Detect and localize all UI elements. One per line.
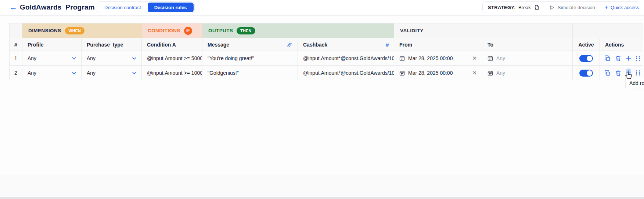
- active-cell: [573, 51, 600, 66]
- duplicate-row-icon[interactable]: [604, 69, 611, 77]
- col-header-profile: Profile: [22, 38, 82, 51]
- purchase-type-dropdown[interactable]: Any: [82, 66, 142, 80]
- col-header-cashback: Cashback #: [298, 38, 394, 51]
- profile-dropdown[interactable]: Any: [22, 51, 82, 66]
- col-header-purchase-type: Purchase_type: [82, 38, 142, 51]
- message-field[interactable]: "You're doing great!": [202, 51, 298, 66]
- purchase-type-value: Any: [87, 55, 96, 61]
- column-header-row: # Profile Purchase_type Condition A Mess…: [10, 38, 643, 51]
- message-header-label: Message: [208, 42, 229, 48]
- strategy-value: Break: [518, 5, 531, 10]
- simulate-decision-button[interactable]: Simulate decision: [549, 5, 595, 10]
- col-header-num: #: [10, 38, 22, 51]
- chevron-down-icon: [132, 72, 136, 74]
- back-arrow-icon[interactable]: ←: [10, 3, 17, 12]
- profile-value: Any: [28, 55, 36, 61]
- chevron-down-icon: [132, 57, 136, 60]
- clear-date-icon[interactable]: ✕: [472, 70, 477, 76]
- view-tab-group: Decision contract Decision rules: [97, 1, 195, 13]
- calendar-icon: [399, 70, 405, 76]
- validity-label: VALIDITY: [400, 28, 424, 33]
- profile-dropdown[interactable]: Any: [22, 66, 82, 80]
- message-field[interactable]: "Goldgenius!": [202, 66, 298, 80]
- from-date-value: Mar 28, 2025 00:00: [408, 70, 453, 76]
- group-conditions: CONDITIONS IF: [142, 23, 202, 38]
- decision-rules-page: ← GoldAwards_Program Decision contract D…: [0, 0, 644, 199]
- calendar-icon: [488, 70, 493, 76]
- col-header-to: To: [482, 38, 573, 51]
- cashback-field[interactable]: @input.Amount*@const.GoldAwards/100: [298, 66, 394, 80]
- when-badge: WHEN: [65, 27, 85, 34]
- delete-row-icon[interactable]: [615, 55, 621, 62]
- strategy-label: STRATEGY:: [488, 5, 516, 10]
- top-header-bar: ← GoldAwards_Program Decision contract D…: [0, 0, 644, 16]
- clear-date-icon[interactable]: ✕: [472, 55, 477, 62]
- window-bottom-edge: [0, 197, 644, 199]
- rule-row-1: 1 Any Any @input.Amount >= 5000 "You're …: [10, 51, 643, 66]
- to-date-value: Any: [496, 55, 505, 61]
- actions-cell: [600, 51, 643, 66]
- horizontal-scrollbar: [0, 169, 644, 175]
- condition-a-field[interactable]: @input.Amount >= 5000: [142, 51, 202, 66]
- to-date-value: Any: [496, 70, 505, 76]
- active-cell: [573, 66, 600, 80]
- calendar-icon: [488, 56, 493, 61]
- plus-icon: +: [605, 4, 608, 10]
- quick-access-button[interactable]: + Quick access: [605, 4, 639, 10]
- text-type-pen-icon: [286, 42, 292, 48]
- conditions-label: CONDITIONS: [148, 28, 180, 33]
- active-toggle[interactable]: [579, 70, 593, 77]
- purchase-type-dropdown[interactable]: Any: [82, 51, 142, 66]
- group-header-row: DIMENSIONS WHEN CONDITIONS IF OUTPUTS TH…: [10, 23, 643, 38]
- col-header-active: Active: [573, 38, 600, 51]
- purchase-type-value: Any: [87, 70, 96, 76]
- cashback-field[interactable]: @input.Amount*@const.GoldAwards/100: [298, 51, 394, 66]
- active-toggle[interactable]: [579, 55, 593, 62]
- row-number: 2: [10, 66, 22, 80]
- number-type-hash-icon: #: [386, 42, 389, 48]
- group-outputs: OUTPUTS THEN: [202, 23, 394, 38]
- then-badge: THEN: [237, 27, 255, 34]
- page-title: GoldAwards_Program: [20, 3, 95, 11]
- simulate-decision-label: Simulate decision: [558, 5, 595, 10]
- validity-to-field[interactable]: Any: [482, 66, 573, 80]
- validity-from-field[interactable]: Mar 28, 2025 00:00 ✕: [394, 51, 482, 66]
- delete-row-icon[interactable]: [615, 69, 621, 77]
- outputs-label: OUTPUTS: [208, 28, 233, 33]
- if-badge: IF: [184, 27, 192, 35]
- tab-decision-contract[interactable]: Decision contract: [98, 3, 148, 12]
- validity-to-field[interactable]: Any: [482, 51, 573, 66]
- drag-handle-icon[interactable]: [636, 56, 640, 61]
- group-cell-empty: [573, 23, 643, 38]
- col-header-from: From: [394, 38, 482, 51]
- play-icon: [549, 5, 555, 10]
- profile-value: Any: [28, 70, 36, 76]
- chevron-down-icon: [72, 72, 76, 74]
- group-cell-empty: [10, 23, 22, 38]
- drag-handle-icon[interactable]: [636, 70, 640, 76]
- group-dimensions: DIMENSIONS WHEN: [22, 23, 142, 38]
- strategy-toolbar: STRATEGY: Break Simulate decision + Quic…: [482, 1, 640, 13]
- validity-from-field[interactable]: Mar 28, 2025 00:00 ✕: [394, 66, 482, 80]
- from-date-value: Mar 28, 2025 00:00: [408, 55, 453, 61]
- footer-bar: Cancel Save: [0, 175, 644, 197]
- dimensions-label: DIMENSIONS: [28, 28, 61, 33]
- cashback-header-label: Cashback: [303, 42, 327, 48]
- tab-decision-rules[interactable]: Decision rules: [148, 3, 194, 12]
- rule-row-2: 2 Any Any @input.Amount >= 1000 "Goldgen…: [10, 66, 643, 80]
- duplicate-row-icon[interactable]: [604, 55, 611, 62]
- col-header-condition-a: Condition A: [142, 38, 202, 51]
- group-validity: VALIDITY: [394, 23, 573, 38]
- hand-cursor-icon: [624, 71, 633, 82]
- row-number: 1: [10, 51, 22, 66]
- add-row-icon[interactable]: [626, 54, 631, 63]
- change-strategy-icon[interactable]: [534, 4, 540, 10]
- chevron-down-icon: [72, 57, 76, 60]
- condition-a-field[interactable]: @input.Amount >= 1000: [142, 66, 202, 80]
- decision-rules-table: DIMENSIONS WHEN CONDITIONS IF OUTPUTS TH…: [9, 23, 643, 80]
- quick-access-label: Quick access: [611, 5, 639, 10]
- calendar-icon: [399, 56, 405, 61]
- col-header-message: Message: [202, 38, 298, 51]
- col-header-actions: Actions: [600, 38, 643, 51]
